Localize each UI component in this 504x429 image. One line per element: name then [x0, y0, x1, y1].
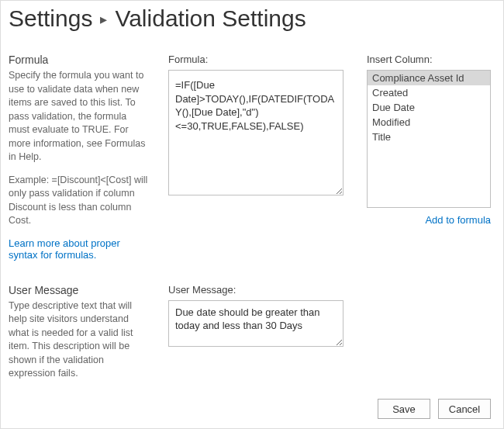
page-title: Validation Settings	[115, 5, 306, 32]
insert-column-label: Insert Column:	[367, 54, 491, 65]
chevron-right-icon: ▸	[100, 11, 107, 28]
cancel-button[interactable]: Cancel	[438, 399, 491, 419]
user-message-label: User Message:	[168, 284, 347, 296]
breadcrumb-settings[interactable]: Settings	[9, 5, 92, 32]
insert-column-item[interactable]: Title	[368, 130, 490, 144]
formula-section-title: Formula	[9, 54, 148, 66]
user-message-section-desc: Type descriptive text that will help sit…	[9, 299, 148, 381]
insert-column-item[interactable]: Modified	[368, 115, 490, 130]
formula-input[interactable]	[168, 70, 343, 195]
save-button[interactable]: Save	[378, 399, 430, 419]
formula-section-desc: Specify the formula you want to use to v…	[9, 69, 148, 164]
add-to-formula-link[interactable]: Add to formula	[425, 214, 491, 226]
insert-column-item[interactable]: Created	[368, 85, 490, 100]
user-message-input[interactable]	[168, 300, 343, 347]
formula-help-link[interactable]: Learn more about proper syntax for formu…	[9, 237, 148, 261]
insert-column-item[interactable]: Compliance Asset Id	[368, 71, 490, 85]
insert-column-listbox[interactable]: Compliance Asset IdCreatedDue DateModifi…	[367, 70, 491, 208]
formula-label: Formula:	[168, 54, 347, 65]
user-message-section-title: User Message	[9, 284, 148, 296]
formula-section-example: Example: =[Discount]<[Cost] will only pa…	[9, 174, 148, 228]
page-header: Settings ▸ Validation Settings	[9, 5, 491, 32]
insert-column-item[interactable]: Due Date	[368, 100, 490, 115]
